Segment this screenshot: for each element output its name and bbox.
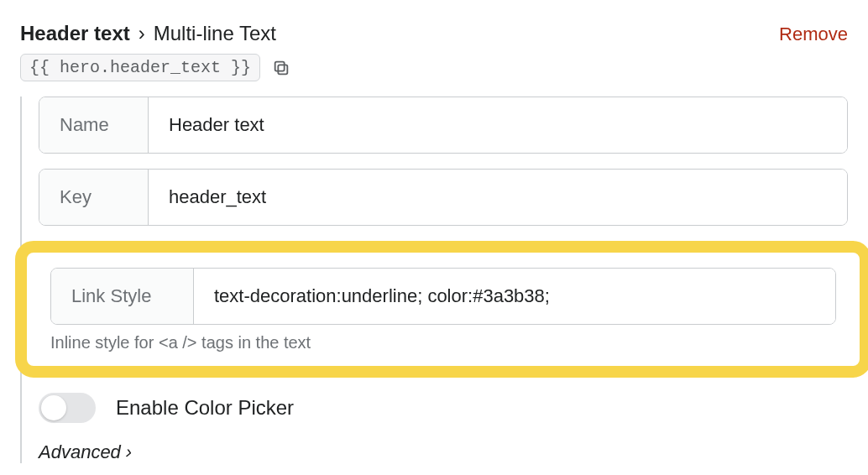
breadcrumb: Header text › Multi-line Text: [20, 22, 276, 45]
liquid-snippet: {{ hero.header_text }}: [20, 54, 260, 81]
breadcrumb-title: Header text: [20, 22, 130, 45]
name-label: Name: [39, 97, 149, 153]
color-picker-toggle-label: Enable Color Picker: [116, 396, 294, 420]
name-input[interactable]: [149, 97, 847, 153]
key-label: Key: [39, 170, 149, 225]
key-field-row: Key: [39, 169, 848, 226]
name-field-row: Name: [39, 97, 848, 154]
svg-rect-1: [275, 61, 285, 70]
linkstyle-label: Link Style: [51, 269, 194, 324]
header-row: Header text › Multi-line Text Remove: [20, 22, 848, 45]
linkstyle-highlight: Link Style Inline style for <a /> tags i…: [15, 241, 868, 378]
key-input[interactable]: [149, 170, 847, 225]
breadcrumb-type: Multi-line Text: [154, 22, 276, 45]
color-picker-toggle[interactable]: [39, 393, 96, 423]
advanced-label: Advanced: [39, 441, 121, 463]
chevron-right-icon: ›: [139, 22, 145, 45]
remove-button[interactable]: Remove: [779, 23, 848, 45]
advanced-toggle[interactable]: Advanced ›: [39, 441, 848, 463]
linkstyle-field-row: Link Style: [50, 268, 836, 325]
color-picker-toggle-row: Enable Color Picker: [39, 393, 848, 423]
toggle-knob: [41, 395, 66, 420]
copy-icon[interactable]: [270, 57, 292, 79]
form-content: Name Key Link Style Inline style for <a …: [20, 97, 848, 463]
linkstyle-input[interactable]: [194, 269, 835, 324]
snippet-row: {{ hero.header_text }}: [20, 54, 848, 81]
linkstyle-help-text: Inline style for <a /> tags in the text: [50, 333, 836, 352]
chevron-right-icon: ›: [126, 441, 132, 463]
svg-rect-0: [278, 65, 287, 74]
